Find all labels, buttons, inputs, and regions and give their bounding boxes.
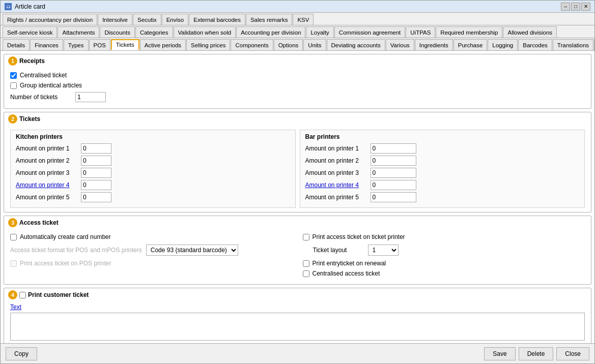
tab-options[interactable]: Options (274, 39, 303, 50)
bar-printer-2-input[interactable] (371, 156, 416, 166)
tab-selling-prices[interactable]: Selling prices (186, 39, 230, 50)
customer-ticket-checkbox[interactable] (19, 292, 26, 298)
tickets-body: Kitchen printers Amount on printer 1 Amo… (4, 126, 591, 212)
number-of-tickets-row: Number of tickets (10, 92, 585, 102)
tab-discounts[interactable]: Discounts (100, 26, 135, 38)
tab-ksv[interactable]: KSV (293, 14, 314, 25)
bar-printer-5-row: Amount on printer 5 (305, 192, 580, 202)
restore-button[interactable]: □ (571, 3, 580, 11)
auto-card-checkbox[interactable] (10, 234, 17, 240)
auto-card-label: Automatically create card number (20, 233, 111, 240)
tab-loyalty[interactable]: Loyalty (306, 26, 333, 38)
tab-tickets[interactable]: Tickets (111, 39, 139, 50)
access-ticket-header: 3 Access ticket (4, 216, 591, 229)
delete-button[interactable]: Delete (519, 347, 554, 360)
copy-button[interactable]: Copy (6, 347, 37, 360)
tab-rights--accountancy-per-division[interactable]: Rights / accountancy per division (3, 14, 97, 25)
bar-printer-2-label: Amount on printer 2 (305, 157, 366, 164)
tab-types[interactable]: Types (64, 39, 89, 50)
format-label: Access ticket format for POS and mPOS pr… (10, 247, 142, 254)
tab-various[interactable]: Various (386, 39, 414, 50)
print-entry-renewal-checkbox[interactable] (303, 260, 309, 267)
tab-self-service-kiosk[interactable]: Self-service kiosk (3, 26, 57, 38)
print-ticket-printer-checkbox[interactable] (303, 234, 309, 240)
number-of-tickets-input[interactable] (75, 92, 106, 102)
close-button[interactable]: ✕ (581, 3, 590, 11)
centralised-access-checkbox[interactable] (303, 270, 309, 277)
bar-printer-4-row: Amount on printer 4 (305, 180, 580, 190)
print-pos-checkbox[interactable] (10, 260, 17, 267)
kitchen-printers-title: Kitchen printers (16, 133, 290, 140)
kitchen-printer-5-row: Amount on printer 5 (16, 192, 290, 202)
bar-printer-5-label: Amount on printer 5 (305, 194, 366, 201)
format-select[interactable]: Code 93 (standard barcode) Code 128 QR C… (146, 245, 238, 256)
save-button[interactable]: Save (484, 347, 515, 360)
tab-external-barcodes[interactable]: External barcodes (189, 14, 245, 25)
bar-printer-3-row: Amount on printer 3 (305, 168, 580, 178)
tab-deviating-accounts[interactable]: Deviating accounts (327, 39, 385, 50)
tab-details[interactable]: Details (3, 39, 30, 50)
receipts-number: 1 (8, 56, 17, 66)
print-pos-label: Print access ticket on POS printer (20, 260, 111, 267)
tab-attachments[interactable]: Attachments (58, 26, 99, 38)
tab-commission-agreement[interactable]: Commission agreement (334, 26, 405, 38)
tab-ingredients[interactable]: Ingredients (415, 39, 453, 50)
receipts-header: 1 Receipts (4, 54, 591, 68)
minimize-button[interactable]: – (561, 3, 570, 11)
text-area-link[interactable]: Text (10, 304, 585, 311)
access-ticket-title: Access ticket (19, 219, 59, 226)
ticket-layout-select[interactable]: 1 2 3 (368, 245, 399, 256)
tab-categories[interactable]: Categories (135, 26, 173, 38)
tickets-title: Tickets (19, 115, 40, 123)
tab-logging[interactable]: Logging (488, 39, 518, 50)
kitchen-printer-5-label: Amount on printer 5 (16, 194, 77, 201)
tab-barcodes[interactable]: Barcodes (518, 39, 552, 50)
kitchen-printer-3-input[interactable] (81, 168, 111, 178)
customer-ticket-number: 4 (8, 290, 17, 299)
tab-finances[interactable]: Finances (30, 39, 63, 50)
tab-validation-when-sold[interactable]: Validation when sold (174, 26, 236, 38)
bar-printer-2-row: Amount on printer 2 (305, 156, 580, 166)
bar-printer-4-label[interactable]: Amount on printer 4 (305, 181, 366, 189)
format-row: Access ticket format for POS and mPOS pr… (10, 245, 293, 256)
kitchen-printer-2-label: Amount on printer 2 (16, 157, 77, 164)
kitchen-printer-4-label[interactable]: Amount on printer 4 (16, 181, 77, 189)
access-right-col: Print access ticket on ticket printer Ti… (303, 233, 585, 280)
tab-intersolve[interactable]: Intersolve (98, 14, 132, 25)
centralised-ticket-checkbox[interactable] (10, 72, 17, 79)
bar-printer-5-input[interactable] (371, 192, 416, 202)
print-ticket-printer-label: Print access ticket on ticket printer (313, 233, 405, 240)
tab-allowed-divisions[interactable]: Allowed divisions (503, 26, 557, 38)
tab-units[interactable]: Units (303, 39, 326, 50)
group-identical-checkbox[interactable] (10, 82, 17, 89)
access-ticket-number: 3 (8, 218, 17, 227)
kitchen-printer-1-input[interactable] (81, 143, 111, 154)
tab-components[interactable]: Components (231, 39, 273, 50)
kitchen-printer-2-row: Amount on printer 2 (16, 156, 290, 166)
tab-translations[interactable]: Translations (553, 39, 593, 50)
tickets-header: 2 Tickets (4, 112, 591, 126)
bar-printer-3-input[interactable] (371, 168, 416, 178)
receipts-title: Receipts (19, 57, 45, 65)
bar-printers-title: Bar printers (305, 133, 580, 140)
tab-uitpas[interactable]: UiTPAS (406, 26, 435, 38)
tab-sales-remarks[interactable]: Sales remarks (246, 14, 293, 25)
tab-required-membership[interactable]: Required membership (436, 26, 502, 38)
access-left-col: Automatically create card number Access … (10, 233, 293, 280)
kitchen-printer-2-input[interactable] (81, 156, 111, 166)
ticket-layout-label: Ticket layout (313, 247, 364, 254)
close-button[interactable]: Close (556, 347, 589, 360)
kitchen-printer-4-input[interactable] (81, 180, 111, 190)
tab-accounting-per-division[interactable]: Accounting per division (236, 26, 305, 38)
customer-ticket-body: Text (4, 301, 591, 343)
bar-printer-1-input[interactable] (371, 143, 416, 154)
tab-web[interactable]: Web (594, 39, 594, 50)
tab-enviso[interactable]: Enviso (162, 14, 189, 25)
tab-purchase[interactable]: Purchase (454, 39, 488, 50)
tab-secutix[interactable]: Secutix (133, 14, 161, 25)
tab-active-periods[interactable]: Active periods (140, 39, 186, 50)
bar-printer-4-input[interactable] (371, 180, 416, 190)
tab-pos[interactable]: POS (89, 39, 110, 50)
kitchen-printer-5-input[interactable] (81, 192, 111, 202)
customer-ticket-text[interactable] (10, 313, 585, 341)
